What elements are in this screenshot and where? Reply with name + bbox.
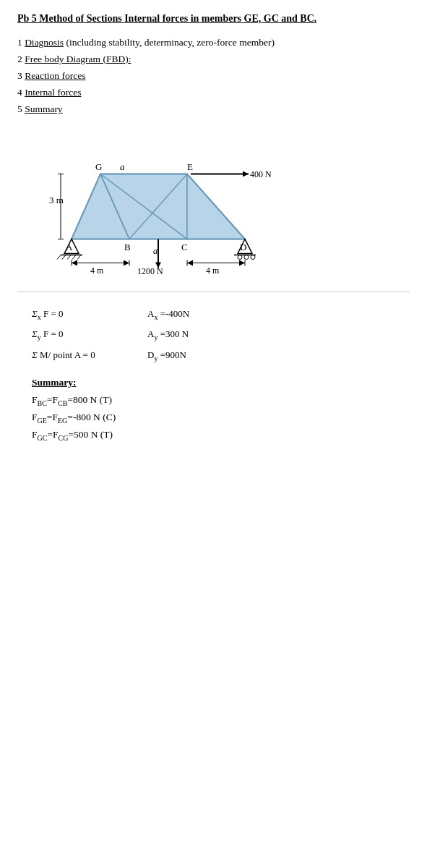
section-2-label: Free body Diagram (FBD): [25, 54, 131, 64]
results-right-3: Dy =900N [147, 348, 186, 365]
svg-line-15 [57, 255, 61, 259]
svg-marker-32 [72, 260, 77, 265]
summary-item-1: FBC=FCB=800 N (T) [32, 394, 410, 407]
svg-marker-33 [124, 260, 129, 265]
page: Pb 5 Method of Sections Internal forces … [0, 0, 427, 868]
section-4-label: Internal forces [25, 87, 81, 98]
summary-section: Summary: FBC=FCB=800 N (T) FGE=FEG=-800 … [17, 377, 410, 441]
svg-point-24 [251, 255, 255, 259]
svg-line-16 [62, 255, 66, 259]
dim-3m-label: 3 m [49, 194, 64, 205]
results-right-1: Ax =-400N [147, 307, 189, 323]
results-row-2: Σy F = 0 Ay =300 N [32, 327, 410, 344]
section-1-label: Diagnosis [25, 37, 64, 48]
svg-marker-37 [187, 260, 193, 265]
list-item: 4 Internal forces [17, 85, 410, 101]
list-item: 2 Free body Diagram (FBD): [17, 51, 410, 68]
summary-title: Summary: [32, 377, 410, 388]
list-item: 3 Reaction forces [17, 68, 410, 85]
label-a-bot: a [153, 245, 158, 255]
svg-marker-26 [243, 171, 249, 176]
dim-4m-right: 4 m [206, 265, 220, 275]
list-item: 1 Diagnosis (including stability, determ… [17, 35, 410, 51]
divider [17, 292, 410, 292]
truss-diagram: 3 m [39, 132, 285, 277]
results-row-3: Σ M/ point A = 0 Dy =900N [32, 348, 410, 365]
label-B: B [124, 241, 131, 252]
results-row-1: Σx F = 0 Ax =-400N [32, 307, 410, 323]
truss-svg: 3 m [39, 132, 285, 277]
svg-line-19 [77, 255, 81, 259]
label-C: C [181, 241, 188, 252]
svg-point-23 [244, 255, 249, 259]
results-section: Σx F = 0 Ax =-400N Σy F = 0 Ay =300 N Σ … [17, 307, 410, 365]
svg-line-17 [67, 255, 71, 259]
results-left-1: Σx F = 0 [32, 307, 118, 323]
label-G: G [95, 161, 102, 171]
svg-marker-38 [239, 260, 245, 265]
section-3-label: Reaction forces [25, 70, 85, 81]
results-left-2: Σy F = 0 [32, 327, 118, 344]
force-1200-label: 1200 N [137, 265, 163, 276]
section-5-label: Summary [25, 103, 63, 114]
label-E: E [187, 161, 193, 171]
title-main: Internal forces in members GE, GC and BC… [124, 13, 316, 24]
page-title: Pb 5 Method of Sections Internal forces … [17, 13, 410, 25]
label-a-top: a [120, 161, 125, 171]
dim-4m-left: 4 m [90, 265, 104, 275]
results-left-3: Σ M/ point A = 0 [32, 348, 118, 363]
force-400-label: 400 N [250, 169, 272, 179]
results-right-2: Ay =300 N [147, 327, 189, 344]
section-1-rest: (including stability, determinacy, zero-… [64, 37, 275, 48]
svg-line-18 [72, 255, 76, 259]
title-prefix: Pb 5 Method of Sections [17, 13, 124, 24]
section-list: 1 Diagnosis (including stability, determ… [17, 35, 410, 118]
svg-point-22 [238, 255, 242, 259]
summary-item-3: FGC=FCG=500 N (T) [32, 429, 410, 442]
list-item: 5 Summary [17, 101, 410, 118]
summary-item-2: FGE=FEG=-800 N (C) [32, 412, 410, 425]
